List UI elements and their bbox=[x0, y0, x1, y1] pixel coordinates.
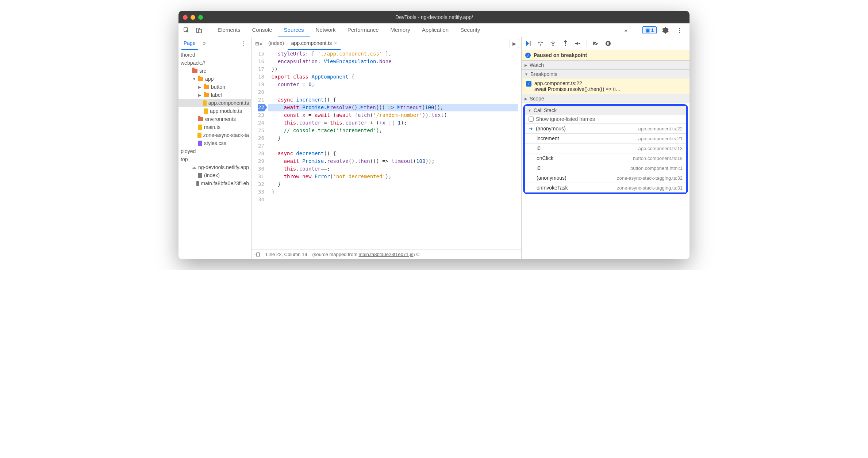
tree-label: button bbox=[211, 84, 225, 90]
tree-item[interactable]: app.component.ts bbox=[178, 99, 251, 107]
tree-label: top bbox=[181, 156, 188, 162]
tree-label: ng-devtools.netlify.app bbox=[198, 164, 249, 170]
paused-banner: i Paused on breakpoint bbox=[522, 50, 690, 61]
callstack-frame[interactable]: (anonymous)zone-async-stack-tagging.ts:3… bbox=[525, 173, 686, 183]
titlebar: DevTools - ng-devtools.netlify.app/ bbox=[178, 11, 690, 23]
frame-location: app.component.ts:13 bbox=[638, 146, 683, 151]
panel-tab-console[interactable]: Console bbox=[246, 23, 278, 37]
tree-item[interactable]: main.ts bbox=[178, 123, 251, 131]
frame-location: app.component.ts:22 bbox=[638, 126, 683, 131]
tree-item[interactable]: ▶button bbox=[178, 83, 251, 91]
pause-exceptions-icon[interactable] bbox=[604, 41, 612, 46]
tree-label: ployed bbox=[181, 148, 196, 154]
history-back-icon[interactable]: ⊞◂ bbox=[254, 39, 263, 48]
tree-label: main.ts bbox=[204, 124, 220, 130]
tabs-overflow-icon[interactable]: » bbox=[621, 25, 631, 35]
tree-item[interactable]: zone-async-stack-ta bbox=[178, 131, 251, 139]
frame-function: increment bbox=[537, 136, 559, 141]
callstack-frame[interactable]: ➔(anonymous)app.component.ts:22 bbox=[525, 124, 686, 134]
svg-point-7 bbox=[579, 43, 580, 44]
navigator-overflow-icon[interactable]: » bbox=[201, 37, 208, 50]
tree-item[interactable]: main.fa8bfa0e23f1eb bbox=[178, 179, 251, 187]
panel-tab-elements[interactable]: Elements bbox=[212, 23, 246, 37]
zoom-icon[interactable] bbox=[198, 15, 203, 20]
file-icon bbox=[198, 141, 202, 146]
svg-point-8 bbox=[606, 41, 611, 46]
frame-location: app.component.ts:21 bbox=[638, 136, 683, 141]
panel-tab-application[interactable]: Application bbox=[416, 23, 454, 37]
frame-location: zone-async-stack-tagging.ts:31 bbox=[617, 185, 683, 191]
tree-item[interactable]: ▶label bbox=[178, 91, 251, 99]
frame-location: button.component.html:1 bbox=[630, 165, 683, 171]
run-snippet-icon[interactable]: ▶ bbox=[510, 39, 519, 48]
device-toggle-icon[interactable] bbox=[194, 25, 204, 35]
callstack-frame[interactable]: incrementapp.component.ts:21 bbox=[525, 134, 686, 144]
callstack-frame[interactable]: i0app.component.ts:13 bbox=[525, 144, 686, 153]
show-ignored-frames[interactable]: Show ignore-listed frames bbox=[525, 115, 686, 124]
pretty-print-icon[interactable]: {} bbox=[255, 252, 261, 257]
frame-function: (anonymous) bbox=[536, 126, 566, 131]
step-over-icon[interactable] bbox=[537, 41, 544, 46]
panel-tab-performance[interactable]: Performance bbox=[342, 23, 385, 37]
tree-item[interactable]: top bbox=[178, 155, 251, 163]
svg-rect-2 bbox=[199, 29, 201, 33]
close-tab-icon[interactable]: × bbox=[334, 40, 337, 46]
panel-tab-network[interactable]: Network bbox=[310, 23, 342, 37]
cursor-position: Line 22, Column 19 bbox=[266, 252, 307, 257]
close-icon[interactable] bbox=[183, 15, 188, 20]
panel-tab-sources[interactable]: Sources bbox=[278, 23, 310, 37]
panel-tab-memory[interactable]: Memory bbox=[385, 23, 416, 37]
kebab-menu-icon[interactable]: ⋮ bbox=[674, 25, 684, 35]
breakpoint-item[interactable]: ✓ app.component.ts:22 await Promise.reso… bbox=[522, 79, 690, 94]
step-into-icon[interactable] bbox=[549, 40, 557, 47]
tree-item[interactable]: (index) bbox=[178, 171, 251, 179]
tree-item[interactable]: ▼app bbox=[178, 75, 251, 83]
source-map-info: (source mapped from main.fa8bfa0e23f1eb7… bbox=[312, 252, 419, 257]
tree-item[interactable]: app.module.ts bbox=[178, 107, 251, 115]
issues-badge[interactable]: ▣1 bbox=[642, 26, 657, 34]
panel-tab-security[interactable]: Security bbox=[454, 23, 486, 37]
checkbox-checked-icon[interactable]: ✓ bbox=[526, 81, 531, 87]
minimize-icon[interactable] bbox=[191, 15, 195, 20]
main-toolbar: ElementsConsoleSourcesNetworkPerformance… bbox=[178, 23, 690, 37]
tree-item[interactable]: environments bbox=[178, 115, 251, 123]
code-editor[interactable]: 1516171819202122232425262728293031323334… bbox=[251, 50, 521, 249]
navigator-kebab-icon[interactable]: ⋮ bbox=[238, 38, 248, 49]
checkbox-icon[interactable] bbox=[529, 117, 534, 122]
frame-function: i0 bbox=[537, 165, 541, 171]
step-icon[interactable] bbox=[574, 41, 581, 46]
file-icon bbox=[196, 181, 199, 186]
source-map-link[interactable]: main.fa8bfa0e23f1eb71.js bbox=[359, 252, 414, 257]
tree-item[interactable]: styles.css bbox=[178, 139, 251, 147]
current-frame-icon: ➔ bbox=[529, 126, 533, 131]
tree-item[interactable]: thored bbox=[178, 51, 251, 59]
settings-icon[interactable] bbox=[660, 25, 671, 35]
folder-icon bbox=[204, 93, 209, 97]
tree-item[interactable]: src bbox=[178, 67, 251, 75]
folder-icon bbox=[198, 117, 203, 121]
deactivate-breakpoints-icon[interactable] bbox=[592, 40, 599, 47]
inspect-icon[interactable] bbox=[181, 25, 192, 35]
navigator-tab-page[interactable]: Page bbox=[181, 37, 198, 50]
tree-item[interactable]: ☁ng-devtools.netlify.app bbox=[178, 163, 251, 171]
tree-label: main.fa8bfa0e23f1eb bbox=[201, 180, 249, 186]
callstack-frame[interactable]: i0button.component.html:1 bbox=[525, 163, 686, 173]
frame-location: zone-async-stack-tagging.ts:32 bbox=[617, 175, 683, 181]
step-out-icon[interactable] bbox=[562, 40, 569, 47]
callstack-frame[interactable]: onClickbutton.component.ts:18 bbox=[525, 153, 686, 163]
tree-item[interactable]: ployed bbox=[178, 147, 251, 155]
breakpoint-location: app.component.ts:22 bbox=[534, 80, 621, 86]
scope-section: ▶Scope bbox=[522, 94, 690, 103]
resume-icon[interactable] bbox=[525, 40, 532, 47]
tree-label: environments bbox=[205, 116, 236, 122]
tree-label: styles.css bbox=[204, 140, 226, 146]
breakpoint-preview: await Promise.resolve().then(() => ti… bbox=[534, 86, 621, 92]
frame-function: (anonymous) bbox=[537, 175, 566, 181]
breakpoints-section: ▼Breakpoints ✓ app.component.ts:22 await… bbox=[522, 70, 690, 94]
svg-point-6 bbox=[565, 45, 566, 46]
tree-item[interactable]: webpack:// bbox=[178, 59, 251, 67]
editor-tab[interactable]: (index) bbox=[265, 37, 288, 50]
callstack-frame[interactable]: onInvokeTaskzone-async-stack-tagging.ts:… bbox=[525, 183, 686, 192]
svg-rect-10 bbox=[608, 42, 609, 45]
editor-tab[interactable]: app.component.ts× bbox=[288, 37, 341, 50]
